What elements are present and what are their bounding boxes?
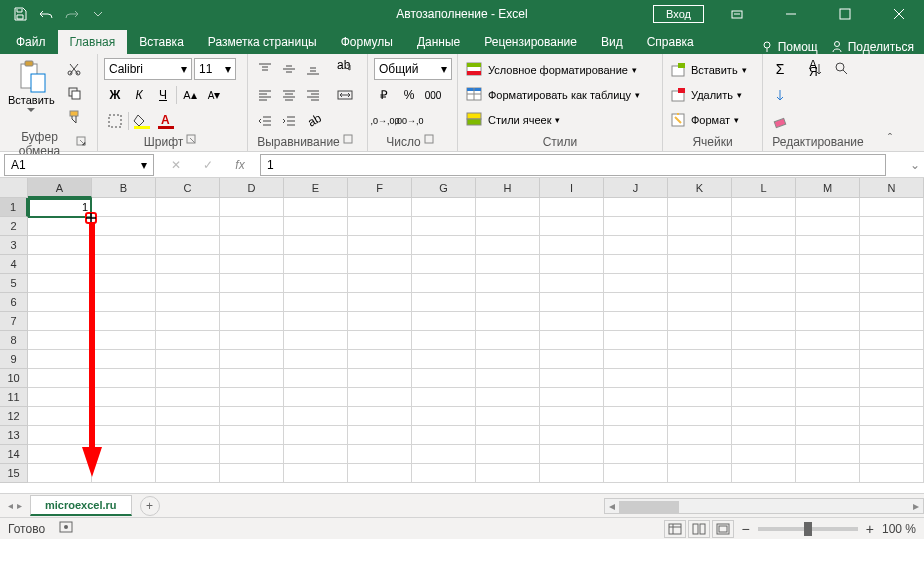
col-header[interactable]: H xyxy=(476,178,540,198)
sort-filter-icon[interactable]: АЯ xyxy=(807,58,829,80)
cell[interactable] xyxy=(476,445,540,464)
zoom-out-button[interactable]: − xyxy=(742,521,750,537)
collapse-ribbon-icon[interactable]: ˆ xyxy=(880,132,900,146)
find-icon[interactable] xyxy=(831,58,853,80)
col-header[interactable]: A xyxy=(28,178,92,198)
cell[interactable] xyxy=(220,426,284,445)
cell[interactable] xyxy=(732,198,796,217)
cell[interactable] xyxy=(28,445,92,464)
cell[interactable] xyxy=(540,293,604,312)
select-all-corner[interactable] xyxy=(0,178,28,198)
cell[interactable] xyxy=(860,445,924,464)
cell[interactable] xyxy=(284,255,348,274)
formula-input[interactable]: 1 xyxy=(260,154,886,176)
name-box[interactable]: A1▾ xyxy=(4,154,154,176)
cell[interactable] xyxy=(860,350,924,369)
sheet-tab[interactable]: microexcel.ru xyxy=(30,495,132,516)
cell[interactable] xyxy=(412,293,476,312)
zoom-slider[interactable] xyxy=(758,527,858,531)
minimize-icon[interactable] xyxy=(770,0,812,28)
format-cells-button[interactable]: Формат▾ xyxy=(669,108,741,132)
cell[interactable] xyxy=(860,312,924,331)
delete-cells-button[interactable]: Удалить▾ xyxy=(669,83,744,107)
cell[interactable] xyxy=(28,369,92,388)
cell[interactable] xyxy=(668,369,732,388)
cell[interactable] xyxy=(348,198,412,217)
cell[interactable] xyxy=(28,464,92,483)
cell[interactable] xyxy=(156,255,220,274)
cell[interactable] xyxy=(668,217,732,236)
cell[interactable] xyxy=(476,426,540,445)
comma-icon[interactable]: 000 xyxy=(422,84,444,106)
cell[interactable] xyxy=(412,369,476,388)
cell[interactable] xyxy=(284,312,348,331)
italic-icon[interactable]: К xyxy=(128,84,150,106)
cell[interactable] xyxy=(604,407,668,426)
cell[interactable] xyxy=(796,331,860,350)
ribbon-options-icon[interactable] xyxy=(716,0,758,28)
cell[interactable] xyxy=(284,388,348,407)
cell[interactable] xyxy=(348,350,412,369)
cell[interactable] xyxy=(796,464,860,483)
tab-page-layout[interactable]: Разметка страницы xyxy=(196,30,329,54)
insert-cells-button[interactable]: Вставить▾ xyxy=(669,58,749,82)
close-icon[interactable] xyxy=(878,0,920,28)
cell[interactable] xyxy=(284,331,348,350)
copy-icon[interactable] xyxy=(63,82,85,104)
cell[interactable] xyxy=(668,255,732,274)
cell[interactable] xyxy=(220,293,284,312)
cell[interactable] xyxy=(220,464,284,483)
number-format-combo[interactable]: Общий▾ xyxy=(374,58,452,80)
cell[interactable] xyxy=(796,274,860,293)
cell[interactable] xyxy=(668,293,732,312)
tab-view[interactable]: Вид xyxy=(589,30,635,54)
row-header[interactable]: 2 xyxy=(0,217,28,236)
cell[interactable] xyxy=(220,198,284,217)
cell[interactable] xyxy=(348,293,412,312)
cell[interactable] xyxy=(476,407,540,426)
col-header[interactable]: G xyxy=(412,178,476,198)
cell[interactable] xyxy=(220,350,284,369)
format-painter-icon[interactable] xyxy=(63,106,85,128)
cell[interactable] xyxy=(604,331,668,350)
tab-insert[interactable]: Вставка xyxy=(127,30,196,54)
cell[interactable] xyxy=(92,255,156,274)
cell[interactable] xyxy=(604,369,668,388)
cell[interactable] xyxy=(92,388,156,407)
cell[interactable] xyxy=(732,388,796,407)
cell[interactable] xyxy=(796,350,860,369)
cell[interactable] xyxy=(28,217,92,236)
cell[interactable] xyxy=(92,236,156,255)
autosum-icon[interactable]: Σ xyxy=(769,58,791,80)
cell[interactable] xyxy=(604,445,668,464)
cell[interactable] xyxy=(92,350,156,369)
cell[interactable] xyxy=(156,445,220,464)
row-header[interactable]: 12 xyxy=(0,407,28,426)
cell[interactable] xyxy=(156,198,220,217)
cell[interactable] xyxy=(604,274,668,293)
cell[interactable] xyxy=(348,445,412,464)
underline-icon[interactable]: Ч xyxy=(152,84,174,106)
cell[interactable] xyxy=(860,388,924,407)
cell[interactable] xyxy=(668,274,732,293)
cell[interactable] xyxy=(476,255,540,274)
cell[interactable] xyxy=(732,217,796,236)
cell[interactable] xyxy=(28,274,92,293)
cell[interactable] xyxy=(348,312,412,331)
cell[interactable] xyxy=(668,445,732,464)
maximize-icon[interactable] xyxy=(824,0,866,28)
cell[interactable] xyxy=(668,407,732,426)
macro-record-icon[interactable] xyxy=(59,520,73,537)
cell[interactable] xyxy=(732,464,796,483)
cell[interactable] xyxy=(604,217,668,236)
save-icon[interactable] xyxy=(8,2,32,26)
zoom-in-button[interactable]: + xyxy=(866,521,874,537)
tell-me-button[interactable]: Помощ xyxy=(760,40,818,54)
col-header[interactable]: E xyxy=(284,178,348,198)
cell[interactable] xyxy=(732,293,796,312)
cell[interactable] xyxy=(668,388,732,407)
cell[interactable] xyxy=(348,369,412,388)
cell[interactable] xyxy=(476,369,540,388)
share-button[interactable]: Поделиться xyxy=(830,40,914,54)
row-header[interactable]: 4 xyxy=(0,255,28,274)
